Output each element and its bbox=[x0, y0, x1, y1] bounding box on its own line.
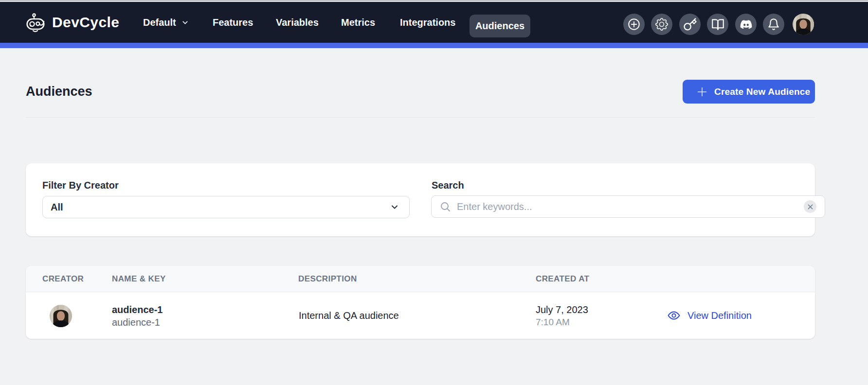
nav-item-features[interactable]: Features bbox=[213, 2, 253, 43]
view-definition-link[interactable]: View Definition bbox=[667, 292, 752, 339]
top-navbar: DevCycle Default Features Variables Metr… bbox=[0, 2, 868, 43]
plus-icon bbox=[696, 86, 708, 98]
audience-key: audience-1 bbox=[112, 316, 163, 329]
create-button-label: Create New Audience bbox=[714, 87, 810, 97]
view-definition-label: View Definition bbox=[687, 310, 752, 321]
api-keys-button[interactable] bbox=[679, 14, 701, 35]
page-title: Audiences bbox=[26, 84, 92, 99]
brand[interactable]: DevCycle bbox=[25, 2, 119, 43]
discord-button[interactable] bbox=[735, 14, 757, 35]
creator-select[interactable]: All bbox=[42, 196, 410, 218]
avatar-photo bbox=[50, 305, 72, 327]
devcycle-robot-logo-icon bbox=[25, 12, 46, 33]
nav-item-integrations[interactable]: Integrations bbox=[400, 2, 455, 43]
top-accent-bar bbox=[0, 43, 868, 48]
created-time: 7:10 AM bbox=[536, 316, 588, 329]
creator-avatar bbox=[50, 305, 72, 327]
nav-item-variables[interactable]: Variables bbox=[276, 2, 319, 43]
key-icon bbox=[683, 18, 697, 32]
column-header-name-key: NAME & KEY bbox=[112, 266, 166, 292]
clear-search-button[interactable] bbox=[804, 200, 816, 213]
creator-select-value: All bbox=[51, 202, 390, 213]
filter-by-creator-label: Filter By Creator bbox=[42, 180, 119, 191]
plus-circle-icon bbox=[627, 18, 641, 31]
audience-name: audience-1 bbox=[112, 303, 163, 316]
discord-icon bbox=[739, 18, 753, 32]
chevron-down-icon bbox=[390, 202, 399, 212]
search-icon bbox=[439, 201, 451, 212]
filters-card: Filter By Creator All Search bbox=[26, 163, 815, 236]
user-avatar[interactable] bbox=[793, 14, 814, 35]
search-input[interactable] bbox=[457, 201, 804, 212]
documentation-button[interactable] bbox=[707, 14, 728, 35]
close-icon bbox=[808, 204, 813, 210]
chevron-down-icon bbox=[181, 18, 189, 27]
notifications-button[interactable] bbox=[763, 14, 784, 35]
add-circle-button[interactable] bbox=[623, 14, 645, 35]
table-header-row: CREATOR NAME & KEY DESCRIPTION CREATED A… bbox=[26, 266, 815, 292]
description-cell: Internal & QA audience bbox=[299, 292, 399, 339]
nav-item-metrics[interactable]: Metrics bbox=[341, 2, 375, 43]
search-box bbox=[431, 195, 825, 218]
brand-name: DevCycle bbox=[52, 14, 119, 31]
bell-icon bbox=[767, 18, 780, 31]
created-at-cell: July 7, 2023 7:10 AM bbox=[536, 303, 588, 329]
project-selector[interactable]: Default bbox=[143, 2, 189, 43]
open-book-icon bbox=[711, 18, 724, 31]
gear-icon bbox=[655, 18, 668, 31]
audiences-table: CREATOR NAME & KEY DESCRIPTION CREATED A… bbox=[26, 266, 815, 339]
search-label: Search bbox=[432, 180, 464, 191]
settings-button[interactable] bbox=[651, 14, 672, 35]
created-date: July 7, 2023 bbox=[536, 303, 588, 316]
name-key-cell: audience-1 audience-1 bbox=[112, 303, 163, 329]
nav-item-audiences-active[interactable]: Audiences bbox=[470, 15, 530, 37]
eye-icon bbox=[667, 309, 681, 322]
column-header-created-at: CREATED AT bbox=[536, 266, 589, 292]
column-header-creator: CREATOR bbox=[42, 266, 84, 292]
column-header-description: DESCRIPTION bbox=[298, 266, 357, 292]
create-new-audience-button[interactable]: Create New Audience bbox=[683, 80, 815, 104]
title-divider bbox=[26, 117, 815, 118]
table-row[interactable]: audience-1 audience-1 Internal & QA audi… bbox=[26, 292, 815, 339]
avatar-photo bbox=[793, 14, 814, 35]
